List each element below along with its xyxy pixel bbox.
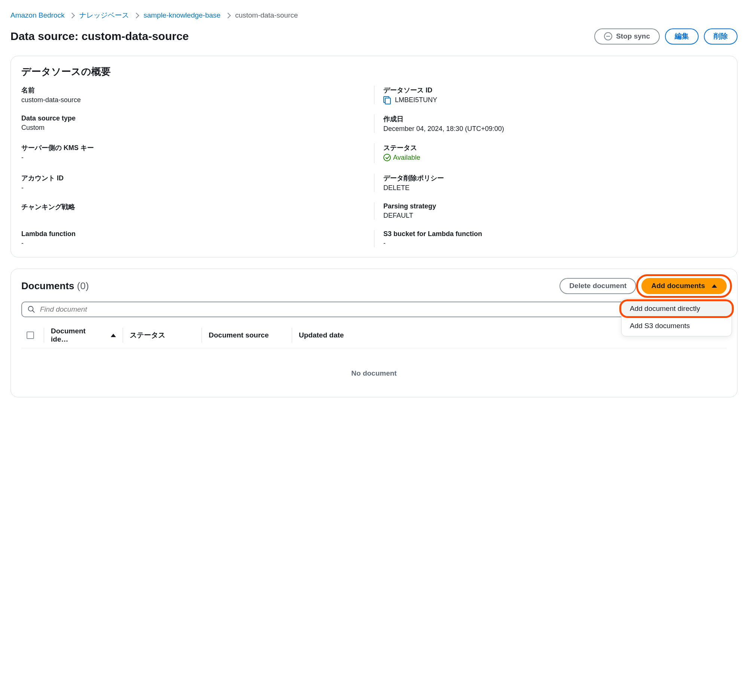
ov-parsing: Parsing strategy DEFAULT xyxy=(374,202,727,220)
breadcrumb-link-bedrock[interactable]: Amazon Bedrock xyxy=(11,11,65,20)
dropdown-item-add-s3[interactable]: Add S3 documents xyxy=(622,317,731,335)
ov-s3: S3 bucket for Lambda function - xyxy=(374,230,727,247)
delete-document-button[interactable]: Delete document xyxy=(559,278,636,294)
ov-created: 作成日 December 04, 2024, 18:30 (UTC+09:00) xyxy=(374,114,727,133)
caret-up-icon xyxy=(712,285,717,288)
chevron-right-icon xyxy=(133,12,139,18)
add-documents-button[interactable]: Add documents xyxy=(642,278,727,294)
sort-asc-icon xyxy=(111,334,116,337)
copy-icon[interactable] xyxy=(383,96,390,103)
stop-icon xyxy=(604,32,612,40)
breadcrumb-link-sample[interactable]: sample-knowledge-base xyxy=(144,11,220,20)
ov-status: ステータス Available xyxy=(374,143,727,163)
ov-account-label: アカウント ID xyxy=(21,173,365,183)
ov-parsing-value: DEFAULT xyxy=(383,212,727,220)
ov-deletion-value: DELETE xyxy=(383,184,727,192)
edit-button[interactable]: 編集 xyxy=(665,29,699,44)
add-documents-label: Add documents xyxy=(651,282,705,290)
chevron-right-icon xyxy=(225,12,231,18)
ov-status-value: Available xyxy=(393,154,420,161)
ov-name: 名前 custom-data-source xyxy=(21,86,374,104)
ov-name-label: 名前 xyxy=(21,86,365,95)
checkbox-icon xyxy=(27,332,34,339)
select-all-checkbox[interactable] xyxy=(21,332,44,339)
chevron-right-icon xyxy=(69,12,75,18)
breadcrumb-current: custom-data-source xyxy=(235,11,298,20)
svg-line-1 xyxy=(32,310,35,313)
col-document-id-label: Document ide… xyxy=(51,327,103,344)
svg-point-0 xyxy=(29,306,33,311)
documents-title-text: Documents xyxy=(21,280,74,291)
stop-sync-button[interactable]: Stop sync xyxy=(594,29,660,44)
delete-button[interactable]: 削除 xyxy=(704,29,737,44)
ov-s3-label: S3 bucket for Lambda function xyxy=(383,230,727,238)
documents-panel: Documents (0) Delete document Add docume… xyxy=(11,269,737,397)
stop-sync-label: Stop sync xyxy=(616,32,650,41)
dropdown-item-add-direct-label: Add document directly xyxy=(630,304,700,312)
ov-kms: サーバー側の KMS キー - xyxy=(21,143,374,163)
search-input[interactable] xyxy=(40,305,721,313)
ov-type-label: Data source type xyxy=(21,114,365,122)
col-source[interactable]: Document source xyxy=(202,331,292,339)
ov-status-label: ステータス xyxy=(383,143,727,152)
ov-id-value: LMBEI5TUNY xyxy=(395,96,437,103)
add-documents-dropdown: Add document directly Add S3 documents xyxy=(621,298,732,336)
check-circle-icon xyxy=(383,154,391,161)
header-actions: Stop sync 編集 削除 xyxy=(594,29,737,44)
ov-lambda-label: Lambda function xyxy=(21,230,365,238)
ov-kms-label: サーバー側の KMS キー xyxy=(21,143,365,152)
ov-name-value: custom-data-source xyxy=(21,96,365,104)
ov-lambda: Lambda function - xyxy=(21,230,374,247)
ov-type: Data source type Custom xyxy=(21,114,374,133)
ov-deletion: データ削除ポリシー DELETE xyxy=(374,173,727,192)
dropdown-item-add-direct[interactable]: Add document directly xyxy=(622,300,731,317)
search-icon xyxy=(27,305,35,313)
ov-chunking: チャンキング戦略 xyxy=(21,202,374,220)
overview-panel: データソースの概要 名前 custom-data-source データソース I… xyxy=(11,56,737,258)
documents-count: (0) xyxy=(77,280,89,291)
ov-lambda-value: - xyxy=(21,239,365,247)
ov-created-value: December 04, 2024, 18:30 (UTC+09:00) xyxy=(383,125,727,133)
col-document-id[interactable]: Document ide… xyxy=(44,327,123,344)
ov-account: アカウント ID - xyxy=(21,173,374,192)
ov-id: データソース ID LMBEI5TUNY xyxy=(374,86,727,104)
documents-title: Documents (0) xyxy=(21,280,89,292)
empty-state: No document xyxy=(21,348,727,387)
ov-parsing-label: Parsing strategy xyxy=(383,202,727,210)
ov-account-value: - xyxy=(21,184,365,192)
col-status[interactable]: ステータス xyxy=(123,330,202,340)
page-header: Data source: custom-data-source Stop syn… xyxy=(11,29,737,44)
breadcrumb-link-kb[interactable]: ナレッジベース xyxy=(79,11,129,20)
ov-s3-value: - xyxy=(383,239,727,247)
ov-kms-value: - xyxy=(21,154,365,161)
page-title: Data source: custom-data-source xyxy=(11,30,189,43)
ov-deletion-label: データ削除ポリシー xyxy=(383,173,727,183)
overview-title: データソースの概要 xyxy=(21,65,727,78)
breadcrumb: Amazon Bedrock ナレッジベース sample-knowledge-… xyxy=(11,11,737,20)
ov-id-label: データソース ID xyxy=(383,86,727,95)
ov-chunking-label: チャンキング戦略 xyxy=(21,202,365,212)
ov-type-value: Custom xyxy=(21,124,365,132)
ov-created-label: 作成日 xyxy=(383,114,727,123)
